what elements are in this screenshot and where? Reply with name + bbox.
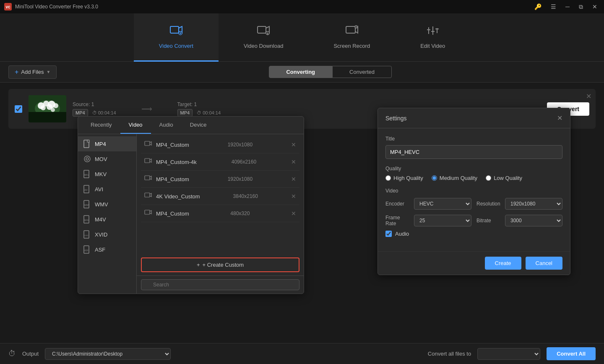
screen-record-icon xyxy=(345,25,359,39)
toolbar: + Add Files ▼ Converting Converted xyxy=(0,62,604,83)
audio-row: Audio xyxy=(385,231,562,237)
resolution-select[interactable]: 1920x1080 3840x2160 xyxy=(505,198,562,210)
file-checkbox[interactable] xyxy=(15,105,22,113)
minimize-button[interactable]: ─ xyxy=(563,3,572,11)
format-mp4[interactable]: MP4 xyxy=(78,136,136,151)
quality-low-radio[interactable] xyxy=(486,175,491,181)
tab-video[interactable]: Video xyxy=(120,117,151,134)
format-asf-label: ASF xyxy=(95,247,105,253)
tab-recently[interactable]: Recently xyxy=(82,117,120,134)
preset-resolution: 3840x2160 xyxy=(233,193,258,199)
format-mkv-label: MKV xyxy=(95,171,107,177)
preset-item[interactable]: MP4_Custom 1920x1080 ✕ xyxy=(141,171,299,188)
preset-icon xyxy=(144,158,153,166)
preset-item[interactable]: MP4_Custom 1920x1080 ✕ xyxy=(141,136,299,153)
audio-label: Audio xyxy=(395,231,409,237)
preset-item[interactable]: 4K Video_Custom 3840x2160 ✕ xyxy=(141,188,299,205)
nav-edit-video[interactable]: Edit Video xyxy=(395,13,470,62)
tab-converting[interactable]: Converting xyxy=(269,66,332,78)
bitrate-select[interactable]: 3000 5000 xyxy=(505,215,562,226)
restore-button[interactable]: ⧉ xyxy=(576,3,586,11)
settings-dialog: Settings ✕ Title Quality High Quality xyxy=(378,108,570,275)
format-mov[interactable]: MOV xyxy=(78,151,136,166)
format-avi[interactable]: AVI AVI xyxy=(78,182,136,197)
format-wmv[interactable]: WMV WMV xyxy=(78,197,136,212)
titlebar: vc MiniTool Video Converter Free v3.3.0 … xyxy=(0,0,604,13)
svg-point-24 xyxy=(51,108,55,112)
settings-body: Title Quality High Quality Medium Qualit… xyxy=(378,128,570,251)
add-files-label: Add Files xyxy=(21,69,44,75)
target-row: MP4 ⏱ 00:04:14 xyxy=(177,109,221,117)
preset-close-icon[interactable]: ✕ xyxy=(291,141,296,148)
close-button[interactable]: ✕ xyxy=(590,3,600,11)
svg-text:XVID: XVID xyxy=(84,234,88,237)
nav-video-download[interactable]: Video Download xyxy=(219,13,308,62)
format-m4v[interactable]: M4V M4V xyxy=(78,212,136,227)
preset-name: 4K Video_Custom xyxy=(156,193,200,200)
svg-rect-46 xyxy=(145,193,150,197)
preset-close-icon[interactable]: ✕ xyxy=(291,176,296,182)
menu-button[interactable]: ☰ xyxy=(548,3,559,11)
output-path-select[interactable]: C:\Users\Administrator\Desktop xyxy=(45,348,171,360)
nav-video-convert[interactable]: Video Convert xyxy=(134,13,219,62)
search-wrapper: 🔍 xyxy=(141,279,299,290)
tab-device[interactable]: Device xyxy=(182,117,215,134)
close-file-icon[interactable]: ✕ xyxy=(586,92,591,100)
resolution-field: Resolution 1920x1080 3840x2160 xyxy=(476,198,562,210)
audio-checkbox[interactable] xyxy=(385,231,392,237)
create-button[interactable]: Create xyxy=(485,257,521,270)
app-logo: vc xyxy=(4,3,12,10)
format-m4v-label: M4V xyxy=(95,216,106,223)
svg-point-21 xyxy=(41,105,46,110)
format-xvid-label: XVID xyxy=(95,231,107,238)
plus-icon: + xyxy=(197,262,200,268)
svg-rect-28 xyxy=(87,140,89,142)
preset-item[interactable]: MP4_Custom-4k 4096x2160 ✕ xyxy=(141,153,299,171)
encoder-field: Encoder HEVC H.264 xyxy=(385,198,471,210)
preset-icon xyxy=(144,209,153,218)
preset-close-icon[interactable]: ✕ xyxy=(291,210,296,217)
cancel-button[interactable]: Cancel xyxy=(526,257,562,270)
quality-high-radio[interactable] xyxy=(385,175,391,181)
quality-medium[interactable]: Medium Quality xyxy=(432,175,477,181)
preset-close-icon[interactable]: ✕ xyxy=(291,193,296,200)
add-files-button[interactable]: + Add Files ▼ xyxy=(8,65,57,79)
framerate-field: Frame Rate 25 30 xyxy=(385,215,471,226)
preset-item[interactable]: MP4_Custom 480x320 ✕ xyxy=(141,205,299,222)
app-title: MiniTool Video Converter Free v3.3.0 xyxy=(15,4,98,10)
svg-rect-7 xyxy=(346,26,355,33)
create-custom-button[interactable]: + + Create Custom xyxy=(141,257,299,272)
preset-close-icon[interactable]: ✕ xyxy=(291,159,296,165)
video-section-title: Video xyxy=(385,188,562,194)
key-button[interactable]: 🔑 xyxy=(532,3,544,11)
settings-close-button[interactable]: ✕ xyxy=(557,114,562,122)
title-input[interactable] xyxy=(385,145,562,159)
add-files-arrow: ▼ xyxy=(47,70,51,74)
svg-rect-4 xyxy=(258,26,266,33)
svg-rect-45 xyxy=(145,176,150,180)
tab-converted[interactable]: Converted xyxy=(332,66,392,78)
preset-resolution: 1920x1080 xyxy=(228,176,253,182)
framerate-select[interactable]: 25 30 xyxy=(414,215,471,226)
encoder-select[interactable]: HEVC H.264 xyxy=(414,198,471,210)
quality-low[interactable]: Low Quality xyxy=(486,175,522,181)
convert-all-button[interactable]: Convert All xyxy=(547,347,596,360)
format-mkv[interactable]: MKV MKV xyxy=(78,166,136,182)
create-custom-label: + Create Custom xyxy=(202,262,244,268)
format-asf[interactable]: ASF ASF xyxy=(78,242,136,257)
quality-row: High Quality Medium Quality Low Quality xyxy=(385,175,562,181)
convert-all-to-select[interactable] xyxy=(477,348,540,360)
source-row: MP4 ⏱ 00:04:14 xyxy=(73,109,116,117)
search-input[interactable] xyxy=(141,279,299,290)
navbar: Video Convert Video Download Screen Reco… xyxy=(0,13,604,62)
quality-medium-radio[interactable] xyxy=(432,175,437,181)
preset-left: MP4_Custom xyxy=(144,209,189,218)
format-xvid[interactable]: XVID XVID xyxy=(78,227,136,242)
convert-all-files-label: Convert all files to xyxy=(428,351,471,357)
format-list: MP4 MOV MKV MKV AVI xyxy=(78,134,137,294)
tab-audio[interactable]: Audio xyxy=(151,117,182,134)
clock-icon: ⏱ xyxy=(8,349,16,358)
quality-high[interactable]: High Quality xyxy=(385,175,423,181)
nav-screen-record[interactable]: Screen Record xyxy=(308,13,395,62)
source-format: MP4 xyxy=(73,109,88,117)
